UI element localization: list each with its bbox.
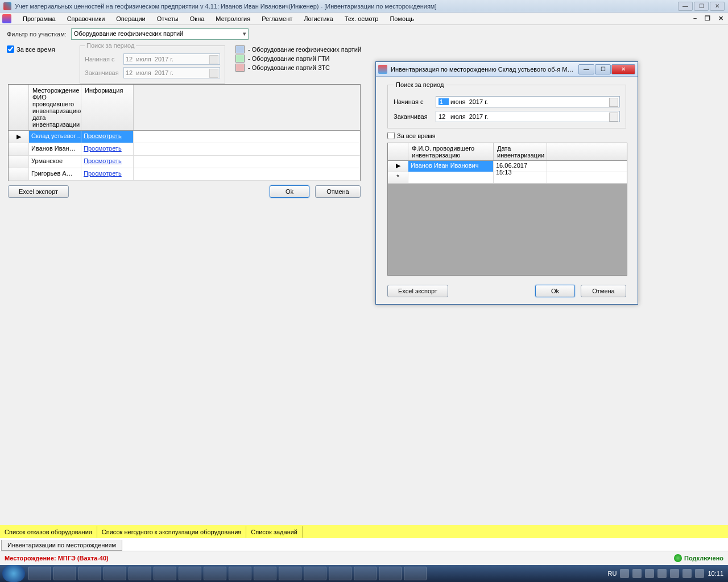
yellow-tab-1[interactable]: Список негодного к эксплуатации оборудов…: [97, 526, 247, 538]
row-marker: [9, 156, 29, 168]
tray-volume-icon[interactable]: [695, 569, 704, 578]
dialog-row-date: 16.06.2017 15:13: [494, 161, 547, 172]
dialog-row-new[interactable]: *: [388, 172, 627, 184]
tray-icon[interactable]: [620, 569, 629, 578]
tray-icon[interactable]: [682, 569, 692, 578]
tray-icon[interactable]: [657, 569, 667, 578]
taskbar-item[interactable]: [354, 567, 377, 580]
taskbar-item[interactable]: [179, 567, 201, 580]
taskbar-item[interactable]: [154, 567, 176, 580]
yellow-tab-0[interactable]: Список отказов оборудования: [0, 526, 97, 538]
taskbar-item[interactable]: [53, 567, 76, 580]
period-from-day: 12: [126, 56, 133, 63]
table-row[interactable]: Иванов Иван… Просмотреть: [9, 143, 360, 156]
taskbar-item[interactable]: [129, 567, 151, 580]
dialog-maximize[interactable]: ☐: [595, 64, 611, 74]
status-connection: Подключено: [674, 554, 723, 562]
taskbar[interactable]: RU 10:11: [0, 565, 728, 582]
main-grid[interactable]: Месторождение ФИО проводившего инвентари…: [8, 84, 361, 181]
row-view-link[interactable]: Просмотреть: [81, 168, 134, 180]
dialog-to-date[interactable]: 12 июля 2017 г.: [436, 111, 620, 122]
mdi-minimize[interactable]: –: [691, 15, 699, 22]
menu-reference[interactable]: Справочники: [61, 14, 111, 24]
ok-button[interactable]: Ok: [270, 185, 309, 198]
excel-export-button[interactable]: Excel экспорт: [8, 185, 69, 198]
taskbar-item[interactable]: [28, 567, 51, 580]
dialog-close[interactable]: ✕: [611, 64, 635, 74]
tray-icon[interactable]: [645, 569, 654, 578]
menu-windows[interactable]: Окна: [184, 14, 210, 24]
menu-program[interactable]: Программа: [17, 14, 61, 24]
row-marker: [9, 168, 29, 180]
table-row[interactable]: Урманское Просмотреть: [9, 156, 360, 168]
minimize-button[interactable]: —: [678, 2, 693, 11]
taskbar-item[interactable]: [329, 567, 351, 580]
table-row[interactable]: ▶ Склад устьевог… Просмотреть: [9, 131, 360, 143]
dialog-minimize[interactable]: —: [578, 64, 594, 74]
cancel-button[interactable]: Отмена: [315, 185, 361, 198]
filter-combo[interactable]: Оборудование геофизических партий: [71, 28, 249, 40]
taskbar-item[interactable]: [204, 567, 226, 580]
row-view-link[interactable]: Просмотреть: [81, 156, 134, 168]
period-to-date[interactable]: 12 июля 2017 г.: [123, 67, 220, 78]
row-view-link[interactable]: Просмотреть: [81, 143, 134, 155]
period-legend: Поиск за период: [85, 42, 136, 49]
taskbar-item[interactable]: [104, 567, 126, 580]
tray-lang[interactable]: RU: [608, 570, 617, 577]
dialog-titlebar[interactable]: Инвентаризация по месторождению Склад ус…: [376, 62, 638, 77]
mdi-close[interactable]: ✕: [716, 15, 726, 22]
dialog-ok-button[interactable]: Ok: [535, 285, 575, 297]
system-tray[interactable]: RU 10:11: [603, 569, 728, 578]
menu-app-icon: [2, 14, 11, 23]
status-location: Месторождение: МПГЭ (Вахта-40): [5, 555, 109, 562]
mdi-buttons: – ❐ ✕: [691, 15, 726, 22]
dialog-grid[interactable]: Ф.И.О. проводившего инвентаризацию Дата …: [387, 143, 627, 276]
dialog-cancel-button[interactable]: Отмена: [581, 285, 626, 297]
taskbar-item[interactable]: [404, 567, 427, 580]
menu-logistics[interactable]: Логистика: [298, 14, 338, 24]
menu-reglament[interactable]: Регламент: [256, 14, 298, 24]
color-legend: - Оборудование геофизических партий - Об…: [235, 45, 361, 73]
dialog-row-marker: *: [388, 172, 408, 183]
table-row[interactable]: Григорьев А… Просмотреть: [9, 168, 360, 181]
taskbar-item[interactable]: [229, 567, 251, 580]
menu-operations[interactable]: Операции: [110, 14, 151, 24]
close-button[interactable]: ✕: [710, 2, 725, 11]
period-from-date[interactable]: 12 июля 2017 г.: [123, 53, 220, 65]
dialog-row[interactable]: ▶ Иванов Иван Иванович 16.06.2017 15:13: [388, 161, 627, 172]
alltime-checkbox[interactable]: [7, 45, 14, 53]
dialog-alltime-checkbox[interactable]: [387, 132, 395, 139]
status-bar: Месторождение: МПГЭ (Вахта-40) Подключен…: [0, 551, 728, 565]
taskbar-item[interactable]: [78, 567, 101, 580]
legend-swatch-1: [235, 55, 245, 63]
menu-help[interactable]: Помощь: [384, 14, 420, 24]
col-info[interactable]: Информация: [81, 85, 134, 130]
period-from-year: 2017 г.: [155, 56, 173, 63]
menu-reports[interactable]: Отчеты: [151, 14, 184, 24]
tray-icon[interactable]: [670, 569, 679, 578]
menu-metrology[interactable]: Метрология: [210, 14, 256, 24]
inventory-dialog: Инвентаризация по месторождению Склад ус…: [375, 61, 638, 305]
yellow-tab-2[interactable]: Список заданий: [246, 526, 303, 538]
tray-clock[interactable]: 10:11: [708, 570, 723, 577]
dialog-icon: [378, 65, 387, 74]
taskbar-item[interactable]: [254, 567, 276, 580]
col-field[interactable]: Месторождение ФИО проводившего инвентари…: [29, 85, 81, 130]
dialog-row-marker: ▶: [388, 161, 408, 172]
taskbar-item[interactable]: [379, 567, 402, 580]
taskbar-item[interactable]: [304, 567, 326, 580]
taskbar-item[interactable]: [279, 567, 301, 580]
legend-row-1: - Оборудование партий ГТИ: [235, 55, 361, 63]
start-button[interactable]: [2, 565, 25, 582]
dialog-to-year: 2017 г.: [469, 113, 488, 120]
dialog-col-date[interactable]: Дата инвентаризации: [494, 143, 547, 160]
bottom-tab-inventory[interactable]: Инвентаризации по месторождениям: [1, 540, 122, 551]
dialog-excel-button[interactable]: Excel экспорт: [387, 285, 448, 297]
maximize-button[interactable]: ☐: [694, 2, 709, 11]
dialog-from-date[interactable]: 1 июня 2017 г.: [436, 96, 620, 107]
dialog-col-fio[interactable]: Ф.И.О. проводившего инвентаризацию: [408, 143, 494, 160]
mdi-restore[interactable]: ❐: [702, 15, 713, 22]
tray-icon[interactable]: [632, 569, 642, 578]
row-view-link[interactable]: Просмотреть: [81, 131, 134, 143]
menu-tech[interactable]: Тех. осмотр: [339, 14, 384, 24]
